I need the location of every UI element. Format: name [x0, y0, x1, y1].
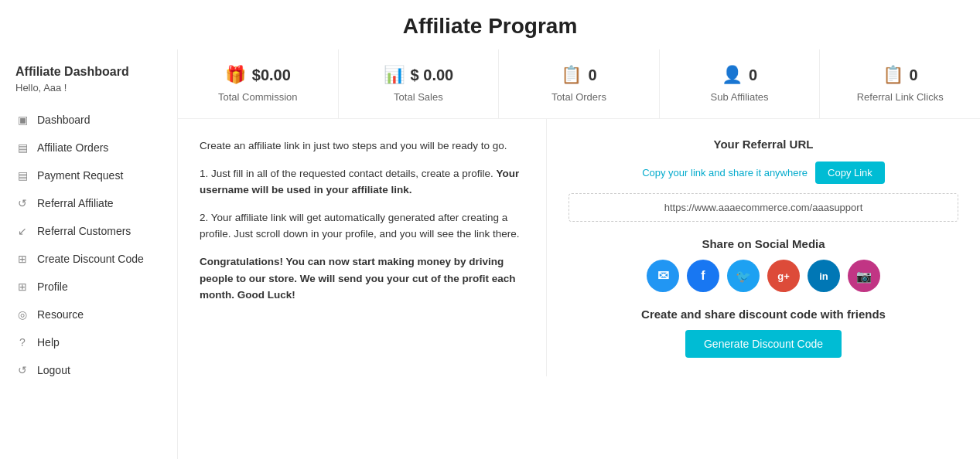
social-icons-row: ✉ f 🐦 g+ in 📷 [569, 260, 958, 292]
copy-link-button[interactable]: Copy Link [815, 162, 885, 184]
congrats-bold: Congratulations! You can now start makin… [200, 256, 516, 301]
referral-url-box: https://www.aaaecommerce.com/aaasupport [569, 193, 958, 222]
sidebar-item-referral-customers[interactable]: ↙ Referral Customers [0, 217, 177, 245]
sidebar-item-label: Affiliate Orders [37, 141, 108, 154]
intro-text: Create an affiliate link in just two ste… [200, 138, 524, 155]
linkedin-share-button[interactable]: in [808, 260, 840, 292]
resource-icon: ◎ [15, 308, 29, 321]
commission-label: Total Commission [190, 91, 326, 103]
sales-label: Total Sales [351, 91, 487, 103]
sidebar-item-label: Help [37, 336, 60, 348]
stat-sub-affiliates: 👤 0 Sub Affiliates [660, 49, 821, 118]
left-panel: Create an affiliate link in just two ste… [178, 119, 547, 376]
clicks-label: Referral Link Clicks [832, 91, 968, 103]
subaffiliates-label: Sub Affiliates [672, 91, 808, 103]
discount-title: Create and share discount code with frie… [569, 308, 958, 321]
sidebar-item-payment-request[interactable]: ▤ Payment Request [0, 162, 177, 189]
page-title: Affiliate Program [0, 0, 980, 49]
affiliate-orders-icon: ▤ [15, 141, 29, 155]
sidebar-item-affiliate-orders[interactable]: ▤ Affiliate Orders [0, 134, 177, 162]
sidebar: Affiliate Dashboard Hello, Aaa ! ▣ Dashb… [0, 49, 178, 459]
step1-prefix: 1. Just fill in all of the requested con… [200, 168, 496, 179]
orders-icon: 📋 [561, 65, 582, 85]
logout-icon: ↺ [15, 363, 29, 377]
payment-request-icon: ▤ [15, 168, 29, 182]
discount-section: Create and share discount code with frie… [569, 308, 958, 358]
sidebar-title: Affiliate Dashboard [0, 65, 177, 82]
help-icon: ? [15, 335, 29, 349]
social-section: Share on Social Media ✉ f 🐦 g+ in 📷 [569, 237, 958, 292]
commission-icon: 🎁 [225, 65, 246, 85]
sidebar-item-label: Dashboard [37, 114, 90, 126]
facebook-share-button[interactable]: f [687, 260, 719, 292]
right-panel: Your Referral URL Copy your link and sha… [547, 119, 980, 376]
sidebar-item-create-discount-code[interactable]: ⊞ Create Discount Code [0, 245, 177, 273]
page-header: Affiliate Program [0, 0, 980, 49]
copy-link-row: Copy your link and share it anywhere Cop… [569, 162, 958, 184]
clicks-icon: 📋 [883, 65, 903, 85]
sales-icon: 📊 [384, 65, 405, 85]
copy-link-text: Copy your link and share it anywhere [642, 167, 808, 178]
profile-icon: ⊞ [15, 280, 29, 294]
sidebar-item-label: Resource [37, 308, 84, 321]
sales-value: $ 0.00 [411, 66, 454, 84]
step1-text: 1. Just fill in all of the requested con… [200, 165, 524, 199]
stat-total-sales: 📊 $ 0.00 Total Sales [339, 49, 500, 118]
sidebar-item-label: Profile [37, 280, 68, 293]
sidebar-item-label: Payment Request [37, 169, 123, 182]
sidebar-item-resource[interactable]: ◎ Resource [0, 301, 177, 328]
sidebar-item-label: Referral Customers [37, 225, 131, 237]
content-area: Create an affiliate link in just two ste… [178, 119, 980, 376]
stat-total-commission: 🎁 $0.00 Total Commission [178, 49, 339, 118]
referral-affiliate-icon: ↺ [15, 196, 29, 210]
sidebar-item-label: Referral Affiliate [37, 197, 114, 209]
sidebar-item-label: Create Discount Code [37, 253, 144, 265]
stats-row: 🎁 $0.00 Total Commission 📊 $ 0.00 Total … [178, 49, 980, 119]
google-plus-share-button[interactable]: g+ [767, 260, 800, 292]
subaffiliates-value: 0 [749, 66, 757, 84]
email-share-button[interactable]: ✉ [647, 260, 679, 292]
referral-customers-icon: ↙ [15, 224, 29, 238]
generate-discount-button[interactable]: Generate Discount Code [685, 330, 842, 358]
referral-url-title: Your Referral URL [569, 138, 958, 151]
subaffiliates-icon: 👤 [722, 65, 743, 85]
sidebar-item-referral-affiliate[interactable]: ↺ Referral Affiliate [0, 189, 177, 217]
orders-label: Total Orders [511, 91, 647, 103]
orders-value: 0 [588, 66, 596, 84]
sidebar-item-logout[interactable]: ↺ Logout [0, 356, 177, 384]
clicks-value: 0 [910, 66, 918, 84]
sidebar-hello: Hello, Aaa ! [0, 82, 177, 106]
twitter-share-button[interactable]: 🐦 [727, 260, 760, 292]
social-title: Share on Social Media [569, 237, 958, 250]
sidebar-item-help[interactable]: ? Help [0, 328, 177, 356]
sidebar-item-label: Logout [37, 364, 70, 376]
sidebar-item-dashboard[interactable]: ▣ Dashboard [0, 106, 177, 134]
sidebar-item-profile[interactable]: ⊞ Profile [0, 273, 177, 301]
create-discount-icon: ⊞ [15, 252, 29, 266]
referral-url-section: Your Referral URL Copy your link and sha… [569, 138, 958, 222]
stat-total-orders: 📋 0 Total Orders [499, 49, 660, 118]
congratulations-text: Congratulations! You can now start makin… [200, 253, 524, 304]
stat-referral-link-clicks: 📋 0 Referral Link Clicks [820, 49, 980, 118]
dashboard-icon: ▣ [15, 113, 29, 127]
commission-value: $0.00 [252, 66, 291, 84]
step2-text: 2. Your affiliate link will get automati… [200, 209, 524, 243]
main-content: 🎁 $0.00 Total Commission 📊 $ 0.00 Total … [178, 49, 980, 459]
instagram-share-button[interactable]: 📷 [848, 260, 880, 292]
